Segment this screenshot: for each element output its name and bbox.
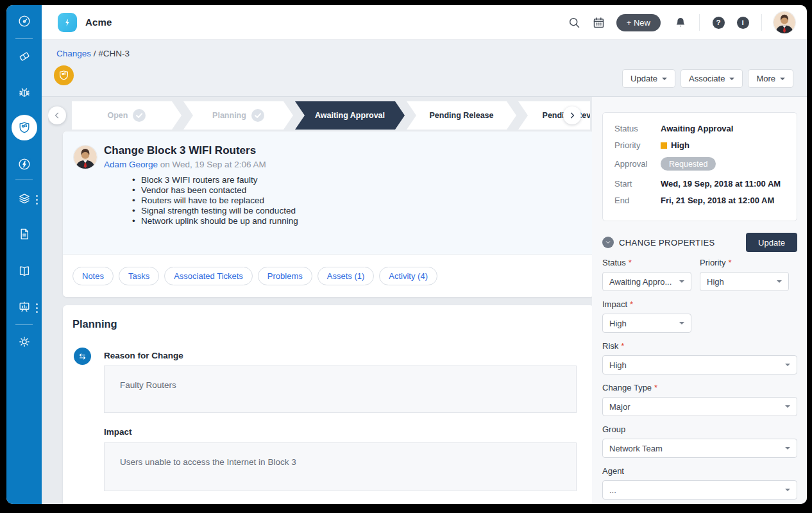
- associate-dropdown-label: Associate: [689, 74, 725, 83]
- calendar-button[interactable]: [587, 10, 611, 35]
- sidebar-item-releases[interactable]: [6, 151, 42, 177]
- description-bullet: Signal strength testing will be conducte…: [141, 206, 298, 216]
- change-byline: Adam George on Wed, 19 Sep at 2:06 AM: [104, 160, 266, 169]
- requester-name-link[interactable]: Adam George: [104, 160, 158, 169]
- sidebar-item-dashboard[interactable]: [6, 8, 42, 34]
- notifications-button[interactable]: [668, 10, 693, 35]
- bell-icon: [674, 16, 687, 29]
- approval-status-badge: Requested: [661, 157, 716, 171]
- lightning-logo-icon: [62, 17, 73, 28]
- caret-down-icon: [662, 78, 667, 80]
- description-bullet: Routers will have to be replaced: [141, 196, 298, 206]
- reason-for-change-label: Reason for Change: [104, 351, 183, 360]
- book-icon: [17, 264, 31, 278]
- header-divider: [699, 14, 700, 31]
- required-marker: *: [630, 299, 633, 309]
- sidebar-divider: [15, 180, 33, 180]
- priority-select[interactable]: High: [700, 272, 789, 291]
- caret-down-icon: [780, 78, 785, 80]
- chevron-left-icon: [53, 111, 62, 120]
- dashboard-icon: [17, 14, 31, 28]
- required-marker: *: [629, 258, 632, 267]
- risk-select[interactable]: High: [602, 355, 797, 374]
- check-icon: [251, 109, 264, 122]
- tab-tasks[interactable]: Tasks: [119, 267, 159, 285]
- info-button[interactable]: i: [731, 10, 755, 35]
- field-label-risk: Risk*: [602, 341, 797, 350]
- tab-associated-tickets[interactable]: Associated Tickets: [164, 267, 253, 285]
- required-marker: *: [728, 258, 731, 267]
- tab-activity[interactable]: Activity (4): [379, 267, 437, 285]
- sidebar-item-analytics[interactable]: [6, 294, 42, 320]
- approval-label: Approval: [614, 159, 661, 169]
- sidebar-item-admin[interactable]: [6, 329, 42, 355]
- main-content-area: Open Planning Awaiting Approval Pending …: [42, 96, 592, 504]
- tab-assets[interactable]: Assets (1): [317, 267, 375, 285]
- end-label: End: [614, 196, 661, 205]
- associate-dropdown-button[interactable]: Associate: [681, 69, 743, 88]
- description-bullet: Block 3 WIFI routers are faulty: [141, 175, 298, 185]
- assets-layers-icon: [17, 192, 31, 206]
- planning-heading: Planning: [72, 318, 117, 330]
- priority-value: High: [661, 140, 689, 150]
- impact-label: Impact: [104, 427, 132, 437]
- update-dropdown-button[interactable]: Update: [622, 69, 675, 88]
- sidebar-item-changes[interactable]: [6, 115, 42, 140]
- ticket-icon: [17, 49, 31, 63]
- toolbar-band: Changes / #CHN-3 Update Associate More: [42, 40, 807, 96]
- tab-notes[interactable]: Notes: [72, 267, 114, 285]
- impact-select[interactable]: High: [602, 314, 691, 333]
- end-value: Fri, 21 Sep, 2018 at 12:00 AM: [661, 196, 774, 205]
- sidebar-item-assets[interactable]: [6, 186, 42, 212]
- field-label-change-type: Change Type*: [602, 383, 797, 392]
- app-name: Acme: [85, 17, 112, 28]
- description-bullet: Network uplink should be up and running: [141, 216, 298, 226]
- sidebar-divider: [15, 324, 33, 325]
- sidebar-item-problems[interactable]: [6, 80, 42, 105]
- stage-open[interactable]: Open: [72, 101, 182, 130]
- impact-value: Users unable to access the Internet in B…: [104, 442, 577, 491]
- stepper-prev-button[interactable]: [48, 106, 66, 124]
- required-marker: *: [621, 341, 624, 351]
- properties-update-button[interactable]: Update: [746, 233, 797, 252]
- stage-label: Awaiting Approval: [315, 111, 385, 120]
- assets-more-dots[interactable]: [36, 195, 38, 205]
- stage-pending-release[interactable]: Pending Release: [407, 101, 516, 130]
- caret-down-icon: [679, 322, 684, 324]
- breadcrumb-current: #CHN-3: [98, 49, 130, 58]
- sidebar-item-tickets[interactable]: [6, 44, 42, 69]
- group-select[interactable]: Network Team: [602, 439, 797, 458]
- update-dropdown-label: Update: [630, 74, 657, 83]
- change-type-select[interactable]: Major: [602, 397, 797, 416]
- release-icon: [17, 157, 31, 171]
- breadcrumb-changes-link[interactable]: Changes: [56, 49, 91, 58]
- tab-problems[interactable]: Problems: [258, 267, 312, 285]
- analytics-more-dots[interactable]: [36, 303, 38, 313]
- more-dropdown-button[interactable]: More: [748, 69, 793, 88]
- byline-timestamp: on Wed, 19 Sep at 2:06 AM: [158, 160, 266, 169]
- field-label-status: Status*: [602, 258, 691, 267]
- brand-logo[interactable]: [58, 13, 77, 32]
- user-avatar[interactable]: [774, 12, 795, 33]
- change-properties-title: CHANGE PROPERTIES: [619, 238, 715, 248]
- reason-for-change-value: Faulty Routers: [104, 366, 577, 413]
- agent-select[interactable]: ...: [602, 480, 797, 500]
- change-description-zone: Change Block 3 WIFI Routers Adam George …: [63, 131, 592, 255]
- sidebar-item-solutions[interactable]: [6, 258, 42, 284]
- search-button[interactable]: [562, 10, 587, 35]
- help-button[interactable]: ?: [706, 10, 731, 35]
- sidebar-item-contracts[interactable]: [6, 221, 42, 247]
- stepper-next-button[interactable]: [563, 106, 581, 124]
- change-tabs: Notes Tasks Associated Tickets Problems …: [63, 255, 592, 297]
- field-label-impact: Impact*: [602, 299, 691, 308]
- info-icon: i: [737, 17, 749, 29]
- collapse-section-button[interactable]: [602, 237, 614, 248]
- caret-down-icon: [785, 447, 790, 450]
- properties-panel: Status Awaiting Approval Priority High A…: [592, 96, 807, 504]
- new-button[interactable]: + New: [616, 14, 661, 31]
- status-select[interactable]: Awaiting Appro...: [602, 272, 691, 291]
- search-icon: [568, 16, 581, 29]
- priority-label: Priority: [614, 140, 661, 150]
- stage-planning[interactable]: Planning: [183, 101, 293, 130]
- stage-awaiting-approval[interactable]: Awaiting Approval: [295, 101, 405, 130]
